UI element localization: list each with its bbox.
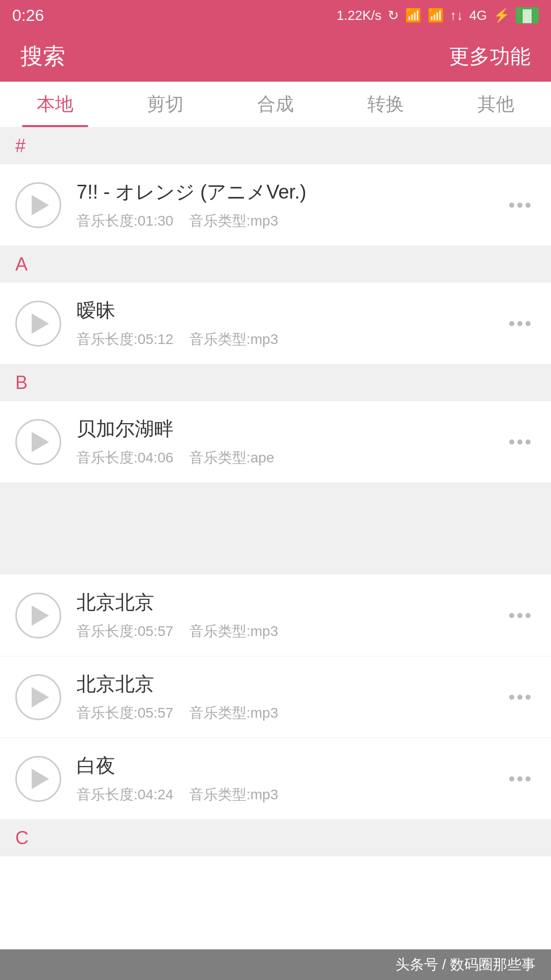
more-options-button[interactable] [504, 690, 536, 705]
music-item: 贝加尔湖畔 音乐长度:04:06 音乐类型:ape [0, 401, 551, 483]
music-meta: 音乐长度:04:06 音乐类型:ape [77, 448, 504, 468]
play-button[interactable] [15, 182, 61, 228]
section-letter: C [15, 827, 29, 849]
section-letter: B [15, 372, 28, 394]
music-item: 暧昧 音乐长度:05:12 音乐类型:mp3 [0, 283, 551, 364]
more-functions-button[interactable]: 更多功能 [449, 42, 531, 70]
tab-other[interactable]: 其他 [441, 82, 551, 127]
play-icon [32, 605, 49, 626]
sync-icon: ↻ [388, 8, 399, 23]
tab-local[interactable]: 本地 [0, 82, 110, 127]
search-button[interactable]: 搜索 [20, 41, 65, 71]
music-info: 贝加尔湖畔 音乐长度:04:06 音乐类型:ape [77, 416, 504, 468]
section-header-hash: # [0, 128, 551, 164]
music-info: 北京北京 音乐长度:05:57 音乐类型:mp3 [77, 590, 504, 641]
section-header-c: C [0, 820, 551, 856]
play-icon [32, 313, 49, 334]
watermark: 头条号 / 数码圈那些事 [0, 949, 551, 980]
play-icon [32, 769, 49, 789]
signal-icon: 📶 [428, 8, 444, 23]
status-icons: 1.22K/s ↻ 📶 📶 ↑↓ 4G ⚡ ▓ [337, 7, 539, 23]
music-info: 北京北京 音乐长度:05:57 音乐类型:mp3 [77, 671, 504, 723]
tab-cut[interactable]: 剪切 [110, 82, 220, 127]
play-icon [32, 432, 49, 452]
tab-convert[interactable]: 转换 [331, 82, 441, 127]
music-meta: 音乐长度:05:57 音乐类型:mp3 [77, 703, 504, 723]
music-item: 北京北京 音乐长度:05:57 音乐类型:mp3 [0, 575, 551, 656]
music-item: 7!! - オレンジ (アニメVer.) 音乐长度:01:30 音乐类型:mp3 [0, 164, 551, 246]
music-meta: 音乐长度:04:24 音乐类型:mp3 [77, 785, 504, 804]
section-header-b: B [0, 364, 551, 401]
music-meta: 音乐长度:05:12 音乐类型:mp3 [77, 330, 504, 349]
play-icon [32, 195, 49, 215]
music-info: 7!! - オレンジ (アニメVer.) 音乐长度:01:30 音乐类型:mp3 [77, 179, 504, 231]
section-header-a: A [0, 246, 551, 283]
tab-compose[interactable]: 合成 [220, 82, 331, 127]
watermark-text: 头条号 / 数码圈那些事 [395, 955, 536, 974]
section-letter: A [15, 254, 28, 275]
music-title: 北京北京 [77, 590, 504, 616]
network-speed: 1.22K/s [337, 8, 382, 23]
battery-icon: ▓ [516, 7, 539, 23]
music-info: 暧昧 音乐长度:05:12 音乐类型:mp3 [77, 298, 504, 349]
play-icon [32, 687, 49, 707]
music-meta: 音乐长度:01:30 音乐类型:mp3 [77, 211, 504, 231]
play-button[interactable] [15, 419, 61, 465]
signal-alt-icon: ↑↓ [450, 8, 463, 23]
status-time: 0:26 [12, 6, 44, 25]
music-title: 7!! - オレンジ (アニメVer.) [77, 179, 504, 205]
network-type: 4G [469, 8, 487, 23]
more-options-button[interactable] [504, 316, 536, 331]
play-button[interactable] [15, 674, 61, 720]
play-button[interactable] [15, 593, 61, 639]
more-options-button[interactable] [504, 771, 536, 787]
play-button[interactable] [15, 756, 61, 802]
wifi-icon: 📶 [405, 8, 421, 23]
play-button[interactable] [15, 301, 61, 347]
music-item: 白夜 音乐长度:04:24 音乐类型:mp3 [0, 738, 551, 820]
section-spacer [0, 483, 551, 575]
music-item: 北京北京 音乐长度:05:57 音乐类型:mp3 [0, 656, 551, 738]
music-title: 暧昧 [77, 298, 504, 324]
tab-bar: 本地 剪切 合成 转换 其他 [0, 82, 551, 128]
music-info: 白夜 音乐长度:04:24 音乐类型:mp3 [77, 753, 504, 804]
music-title: 贝加尔湖畔 [77, 416, 504, 442]
music-title: 白夜 [77, 753, 504, 779]
music-title: 北京北京 [77, 671, 504, 697]
music-meta: 音乐长度:05:57 音乐类型:mp3 [77, 622, 504, 641]
more-options-button[interactable] [504, 434, 536, 450]
section-letter: # [15, 135, 26, 157]
status-bar: 0:26 1.22K/s ↻ 📶 📶 ↑↓ 4G ⚡ ▓ [0, 0, 551, 31]
more-options-button[interactable] [504, 608, 536, 623]
battery-charging-icon: ⚡ [493, 8, 510, 23]
more-options-button[interactable] [504, 198, 536, 213]
app-header: 搜索 更多功能 [0, 31, 551, 82]
